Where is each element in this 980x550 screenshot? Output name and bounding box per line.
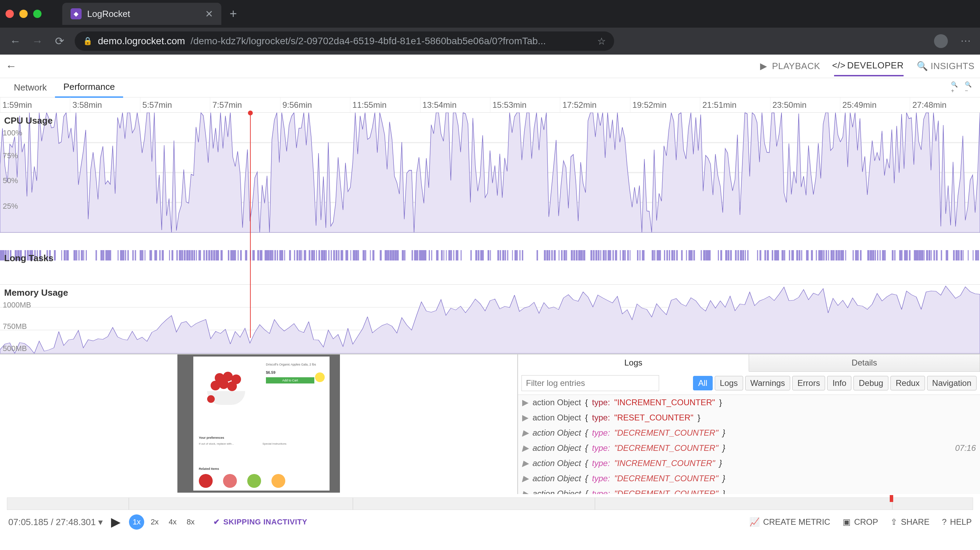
reload-button[interactable]: ⟳ [52,35,67,48]
browser-tab[interactable]: ◆ LogRocket ✕ [62,3,221,25]
skip-inactivity-toggle[interactable]: ✔SKIPPING INACTIVITY [213,518,307,526]
svg-rect-104 [328,250,329,260]
svg-rect-253 [840,250,843,260]
speed-4x[interactable]: 4x [165,514,180,529]
session-preview[interactable]: Driscoll's Organic Apples Gala, 2 lbs $6… [0,355,517,494]
svg-rect-252 [838,250,840,260]
filter-redux[interactable]: Redux [891,376,925,390]
url-input[interactable]: 🔒 demo.logrocket.com/demo-kdz7k/logrocke… [75,32,614,51]
svg-rect-46 [150,250,152,260]
svg-rect-265 [880,250,881,260]
expand-icon[interactable]: ▶ [522,458,528,468]
filter-logs[interactable]: Logs [715,376,743,390]
speed-8x[interactable]: 8x [183,514,198,529]
svg-rect-50 [169,250,170,260]
filter-warnings[interactable]: Warnings [745,376,790,390]
url-domain: demo.logrocket.com [98,36,185,47]
speed-1x[interactable]: 1x [129,514,144,529]
filter-info[interactable]: Info [827,376,851,390]
log-entry[interactable]: ▶ action Object {type: "DECREMENT_COUNTE… [518,471,980,486]
svg-rect-195 [640,250,640,260]
expand-icon[interactable]: ▶ [522,428,528,438]
svg-rect-59 [194,250,196,260]
svg-rect-222 [738,250,739,260]
log-entry[interactable]: ▶ action Object {type: "INCREMENT_COUNTE… [518,395,980,410]
expand-icon[interactable]: ▶ [522,398,528,407]
tab-developer[interactable]: </>DEVELOPER [834,56,904,76]
expand-icon[interactable]: ▶ [522,489,528,494]
logs-tab-logs[interactable]: Logs [518,355,749,372]
svg-rect-164 [546,250,549,260]
play-button[interactable]: ▶ [111,515,121,529]
share-button[interactable]: ⇪SHARE [891,517,929,527]
preview-price: $6.59 [266,370,314,374]
filter-errors[interactable]: Errors [792,376,825,390]
help-button[interactable]: ?HELP [942,517,972,527]
zoom-out-icon[interactable]: 🔍− [965,83,974,93]
svg-rect-276 [916,250,919,260]
expand-icon[interactable]: ▶ [522,443,528,453]
timeline-tick: 15:53min [490,97,560,112]
close-tab-icon[interactable]: ✕ [205,8,213,20]
svg-rect-273 [906,250,908,260]
log-entry[interactable]: ▶ action Object {type: "DECREMENT_COUNTE… [518,486,980,494]
log-entry[interactable]: ▶ action Object {type: "INCREMENT_COUNTE… [518,456,980,471]
log-entry[interactable]: ▶ action Object {type: "DECREMENT_COUNTE… [518,425,980,441]
minimize-window-icon[interactable] [19,10,28,18]
expand-icon[interactable]: ▶ [522,413,528,423]
svg-rect-177 [583,250,585,260]
svg-rect-216 [718,250,719,260]
time-readout-text: 07:05.185 / 27:48.301 [8,517,96,527]
subtab-network[interactable]: Network [6,78,55,97]
scrub-bar[interactable] [7,498,973,510]
scrub-marker-icon[interactable] [890,495,893,502]
profile-avatar[interactable] [934,34,948,48]
log-filter-input[interactable] [522,375,659,391]
svg-rect-117 [370,250,371,260]
filter-all[interactable]: All [693,376,713,390]
tab-insights[interactable]: 🔍INSIGHTS [917,56,974,76]
svg-rect-44 [142,250,143,260]
svg-rect-74 [237,250,239,260]
subtab-performance[interactable]: Performance [55,78,123,98]
svg-rect-130 [416,250,418,260]
tab-playback[interactable]: ▶PLAYBACK [759,56,820,76]
forward-button[interactable]: → [30,35,44,48]
expand-icon[interactable]: ▶ [522,474,528,483]
svg-rect-206 [676,250,678,260]
timeline-ruler[interactable]: 1:59min3:58min5:57min7:57min9:56min11:55… [0,97,980,113]
svg-rect-272 [904,250,906,260]
playhead-knob-icon[interactable] [248,111,253,116]
app-back-button[interactable]: ← [6,60,17,73]
zoom-in-icon[interactable]: 🔍+ [951,83,961,93]
svg-rect-270 [899,250,902,260]
log-entry[interactable]: ▶ action Object {type: "RESET_COUNTER"} [518,410,980,425]
svg-rect-237 [791,250,794,260]
svg-rect-169 [561,250,562,260]
logs-tab-details[interactable]: Details [749,355,980,371]
filter-navigation[interactable]: Navigation [927,376,977,390]
svg-rect-157 [512,250,513,260]
log-entries[interactable]: ▶ action Object {type: "INCREMENT_COUNTE… [518,395,980,494]
new-tab-button[interactable]: + [230,6,237,21]
cpu-usage-chart: CPU Usage 100% 75% 50% 25% [0,113,980,233]
close-window-icon[interactable] [6,10,14,18]
bookmark-icon[interactable]: ☆ [597,36,606,47]
speed-2x[interactable]: 2x [147,514,162,529]
svg-rect-100 [318,250,320,260]
svg-rect-209 [689,250,691,260]
window-controls[interactable] [6,10,41,18]
svg-rect-236 [789,250,790,260]
log-entry[interactable]: ▶ action Object {type: "DECREMENT_COUNTE… [518,441,980,456]
maximize-window-icon[interactable] [33,10,41,18]
browser-menu-icon[interactable]: ⋮ [960,36,972,46]
filter-debug[interactable]: Debug [853,376,888,390]
preview-frame: Driscoll's Organic Apples Gala, 2 lbs $6… [177,355,340,493]
timeline-tick: 27:48min [910,97,980,112]
create-metric-button[interactable]: 📈CREATE METRIC [749,517,830,527]
playhead[interactable] [250,113,251,338]
back-button[interactable]: ← [8,35,22,48]
crop-button[interactable]: ▣CROP [843,517,878,527]
time-readout[interactable]: 07:05.185 / 27:48.301 ▾ [8,517,103,528]
svg-rect-249 [830,250,833,260]
